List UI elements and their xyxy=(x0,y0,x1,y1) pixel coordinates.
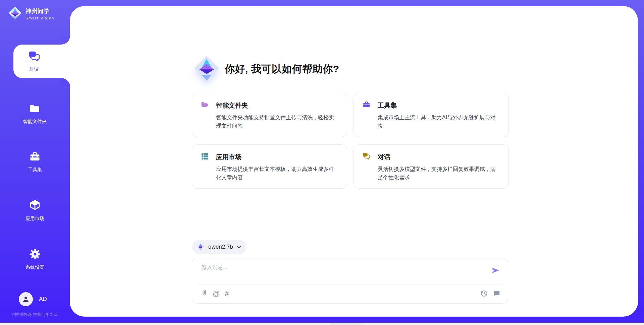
feature-cards: 智能文件夹 智能文件夹功能支持批量文件上传与清洗，轻松实现文件问答 工具集 集成… xyxy=(192,93,509,189)
attach-file-button[interactable] xyxy=(200,289,208,298)
scrollbar-thumb[interactable] xyxy=(330,323,361,325)
briefcase-icon xyxy=(362,101,371,110)
sidebar-item-label: 对话 xyxy=(30,66,39,72)
conversation-button[interactable] xyxy=(493,290,500,298)
card-description: 集成市场上主流工具，助力AI与外界无缝扩展与对接 xyxy=(378,113,500,130)
model-diamond-icon xyxy=(197,243,205,252)
greeting: 你好, 我可以如何帮助你? xyxy=(193,55,339,83)
card-title: 对话 xyxy=(378,153,390,161)
sidebar-item-toolset[interactable]: 工具集 xyxy=(0,151,70,173)
tab-fillet-top xyxy=(61,36,70,45)
card-description: 灵活切换多模型文件，支持多样回复效果调试，满足个性化需求 xyxy=(378,165,500,182)
at-icon: @ xyxy=(213,289,220,297)
user-account[interactable]: AD xyxy=(19,292,47,306)
folder-icon xyxy=(29,103,41,116)
copyright-footer: ©神州数码·神州问学出品 xyxy=(0,312,70,318)
sidebar-item-label: 系统设置 xyxy=(25,264,44,270)
brand-diamond-icon xyxy=(8,6,22,21)
brand-name: 神州问学 xyxy=(25,7,54,15)
brand-logo: 神州问学 Smart Vision xyxy=(8,6,70,21)
chat-icon xyxy=(28,50,41,64)
app-window: 神州问学 Smart Vision 对话 智能文件夹 xyxy=(0,0,644,325)
sidebar-item-chat[interactable]: 对话 xyxy=(13,45,70,78)
grid-icon xyxy=(201,152,209,162)
assistant-diamond-icon xyxy=(193,55,220,83)
toolbox-icon xyxy=(29,151,41,164)
sidebar-item-settings[interactable]: 系统设置 xyxy=(0,248,70,270)
paperclip-icon xyxy=(200,289,208,298)
card-description: 智能文件夹功能支持批量文件上传与清洗，轻松实现文件问答 xyxy=(216,113,339,130)
card-title: 工具集 xyxy=(378,101,397,110)
sidebar-item-smart-folder[interactable]: 智能文件夹 xyxy=(0,103,70,125)
card-smart-folder[interactable]: 智能文件夹 智能文件夹功能支持批量文件上传与清洗，轻松实现文件问答 xyxy=(192,93,347,137)
mention-button[interactable]: @ xyxy=(213,290,220,297)
model-selector[interactable]: qwen2:7b xyxy=(192,240,247,254)
cube-icon xyxy=(29,199,41,213)
message-input[interactable] xyxy=(202,264,477,281)
history-clock-icon xyxy=(480,290,488,298)
card-title: 智能文件夹 xyxy=(216,101,248,110)
avatar xyxy=(19,292,33,306)
sidebar-item-app-market[interactable]: 应用市场 xyxy=(0,199,70,222)
chevron-down-icon xyxy=(237,245,241,250)
history-button[interactable] xyxy=(480,290,488,298)
sidebar-item-label: 应用市场 xyxy=(25,216,44,222)
card-chat[interactable]: 对话 灵活切换多模型文件，支持多样回复效果调试，满足个性化需求 xyxy=(354,144,509,189)
greeting-title: 你好, 我可以如何帮助你? xyxy=(225,62,339,76)
send-button[interactable] xyxy=(491,266,500,275)
sidebar-item-label: 工具集 xyxy=(28,167,42,173)
chat-bubble-icon xyxy=(493,290,500,298)
sidebar-item-label: 智能文件夹 xyxy=(23,119,47,125)
gear-icon xyxy=(29,248,41,262)
brand-subtitle: Smart Vision xyxy=(25,16,54,20)
composer-divider xyxy=(198,284,502,284)
chat-icon xyxy=(362,152,371,162)
model-name: qwen2:7b xyxy=(208,244,233,250)
card-description: 应用市场提供丰富长文本模板，助力高效生成多样化文章内容 xyxy=(216,165,339,182)
card-app-market[interactable]: 应用市场 应用市场提供丰富长文本模板，助力高效生成多样化文章内容 xyxy=(192,144,347,189)
hashtag-button[interactable]: # xyxy=(225,290,229,297)
card-toolset[interactable]: 工具集 集成市场上主流工具，助力AI与外界无缝扩展与对接 xyxy=(354,93,509,137)
folder-open-icon xyxy=(201,101,209,110)
card-title: 应用市场 xyxy=(216,153,241,161)
hash-icon: # xyxy=(225,289,229,297)
bottom-scrollbar[interactable] xyxy=(0,323,644,325)
tab-fillet-bottom xyxy=(61,78,70,87)
message-composer: @ # xyxy=(192,258,508,304)
user-name: AD xyxy=(39,296,47,303)
